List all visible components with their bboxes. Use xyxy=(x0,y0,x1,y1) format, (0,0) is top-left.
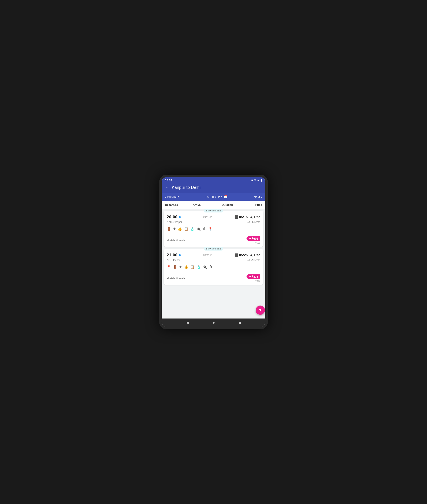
amenity-plug-icon-2: 🔌 xyxy=(203,265,207,269)
amenity-plug-icon: 🔌 xyxy=(197,227,201,231)
sim-icon: ▣ xyxy=(251,179,253,181)
amenities-1: 🚪 ✚ 👍 📋 🧴 🔌 🗑 📍 xyxy=(167,226,260,232)
previous-button[interactable]: ‹ Previous xyxy=(165,195,179,199)
previous-label: Previous xyxy=(167,195,179,199)
price-original-1: ₹650 xyxy=(255,242,260,244)
bus-meta-2: AC, Sleeper 🛋 29 seats xyxy=(167,259,260,262)
operator-name-1: shatabditravels. xyxy=(167,239,186,242)
bus-list: 88.0% on time 20:00 09h15m xyxy=(162,209,265,318)
timing-row-1: 20:00 09h15m 05:15 04, Dec xyxy=(167,215,260,219)
bus-card[interactable]: 88.0% on time 20:00 09h15m xyxy=(164,211,263,247)
bottom-nav: ◀ ● ■ xyxy=(162,318,265,327)
on-time-badge-2: 88.0% on time xyxy=(204,247,223,251)
seats-info-1: 🛋 36 seats xyxy=(248,221,260,224)
date-text: Thu, 03 Dec xyxy=(205,195,222,199)
price-tag-2[interactable]: ₹876 xyxy=(246,274,260,279)
departure-dot-1 xyxy=(179,216,181,218)
status-bar: 10:13 ▣ ◎ ▲ ▐ xyxy=(162,177,265,183)
status-icons: ▣ ◎ ▲ ▐ xyxy=(251,179,262,181)
departure-dot-2 xyxy=(179,254,181,256)
amenity-doc-icon-2: 📋 xyxy=(190,265,194,269)
amenity-medical-icon: ✚ xyxy=(173,227,176,231)
departure-time-1: 20:00 xyxy=(167,215,181,219)
column-headers: Departure Arrival Duration Price xyxy=(162,201,265,209)
divider-2 xyxy=(167,272,260,272)
back-button[interactable]: ← xyxy=(165,185,169,190)
nav-home-button[interactable]: ● xyxy=(213,321,215,325)
price-original-2: ₹941 xyxy=(255,280,260,282)
nav-recents-button[interactable]: ■ xyxy=(239,321,241,325)
timing-row-2: 21:00 08h25m 05:25 04, Dec xyxy=(167,253,260,257)
screen: 10:13 ▣ ◎ ▲ ▐ ← Kanpur to Delhi ‹ Previo… xyxy=(162,177,265,327)
price-dot-2 xyxy=(249,276,251,277)
next-label: Next xyxy=(254,195,260,199)
battery-icon: ▐ xyxy=(260,179,262,181)
bus-type-2: AC, Sleeper xyxy=(167,259,180,262)
bus-meta-1: NAC, Sleeper 🛋 36 seats xyxy=(167,221,260,224)
bus-stop-icon-2 xyxy=(235,253,238,257)
amenity-bottle-icon-2: 🧴 xyxy=(197,265,201,269)
amenity-thumb-icon-2: 👍 xyxy=(184,265,188,269)
price-section-1: ₹605 ₹650 xyxy=(246,236,260,244)
device-frame: 10:13 ▣ ◎ ▲ ▐ ← Kanpur to Delhi ‹ Previo… xyxy=(159,175,268,329)
bus-footer-1: shatabditravels. ₹605 ₹650 xyxy=(167,236,260,244)
duration-line-2: 08h25m xyxy=(182,254,233,257)
app-header: ← Kanpur to Delhi xyxy=(162,183,265,193)
next-arrow: › xyxy=(261,195,262,199)
prev-arrow: ‹ xyxy=(165,195,166,199)
date-display: Thu, 03 Dec 📅 xyxy=(205,195,228,199)
date-navigation: ‹ Previous Thu, 03 Dec 📅 Next › xyxy=(162,193,265,201)
amenity-trash-icon: 🗑 xyxy=(203,227,206,231)
bus-footer-2: shatabditravels. ₹876 ₹941 xyxy=(167,274,260,282)
amenity-medical-icon-2: ✚ xyxy=(179,265,182,269)
bus-card-2[interactable]: 88.0% on time 21:00 08h25m xyxy=(164,249,263,285)
operator-name-2: shatabditravels. xyxy=(167,277,186,280)
duration-line-1: 09h15m xyxy=(182,216,233,219)
header-title: Kanpur to Delhi xyxy=(172,185,200,190)
price-value-1: ₹605 xyxy=(252,237,258,240)
filter-fab-button[interactable]: ▼ xyxy=(256,306,265,315)
seats-info-2: 🛋 29 seats xyxy=(248,259,260,262)
signal-icon: ◎ xyxy=(254,179,256,181)
divider-1 xyxy=(167,234,260,234)
amenity-thumb-icon: 👍 xyxy=(178,227,182,231)
amenity-door-icon: 🚪 xyxy=(167,227,171,231)
col-price: Price xyxy=(239,203,262,206)
price-tag-1[interactable]: ₹605 xyxy=(246,236,260,241)
on-time-badge-1: 88.0% on time xyxy=(204,209,223,213)
nav-back-button[interactable]: ◀ xyxy=(186,320,189,325)
wifi-icon: ▲ xyxy=(257,179,259,181)
departure-time-2: 21:00 xyxy=(167,253,181,257)
seat-icon-1: 🛋 xyxy=(248,221,250,224)
bus-stop-icon-1 xyxy=(235,215,238,219)
filter-icon: ▼ xyxy=(259,308,262,312)
status-time: 10:13 xyxy=(165,179,172,182)
seat-icon-2: 🛋 xyxy=(248,259,250,262)
bus-type-1: NAC, Sleeper xyxy=(167,221,182,224)
next-button[interactable]: Next › xyxy=(254,195,262,199)
col-arrival: Arrival xyxy=(193,203,216,206)
col-departure: Departure xyxy=(165,203,193,206)
amenity-pin-icon-2: 📍 xyxy=(167,265,171,269)
col-duration: Duration xyxy=(216,203,239,206)
amenity-bottle-icon: 🧴 xyxy=(190,227,194,231)
amenity-door-icon-2: 🚪 xyxy=(173,265,177,269)
amenity-doc-icon: 📋 xyxy=(184,227,188,231)
arrival-time-1: 05:15 04, Dec xyxy=(235,215,260,219)
price-value-2: ₹876 xyxy=(252,275,258,278)
arrival-time-2: 05:25 04, Dec xyxy=(235,253,260,257)
amenities-2: 📍 🚪 ✚ 👍 📋 🧴 🔌 🗑 xyxy=(167,264,260,270)
price-section-2: ₹876 ₹941 xyxy=(246,274,260,282)
price-dot-1 xyxy=(249,238,251,239)
amenity-pin-icon: 📍 xyxy=(208,227,213,231)
calendar-icon[interactable]: 📅 xyxy=(224,195,228,199)
amenity-trash-icon-2: 🗑 xyxy=(209,265,213,269)
